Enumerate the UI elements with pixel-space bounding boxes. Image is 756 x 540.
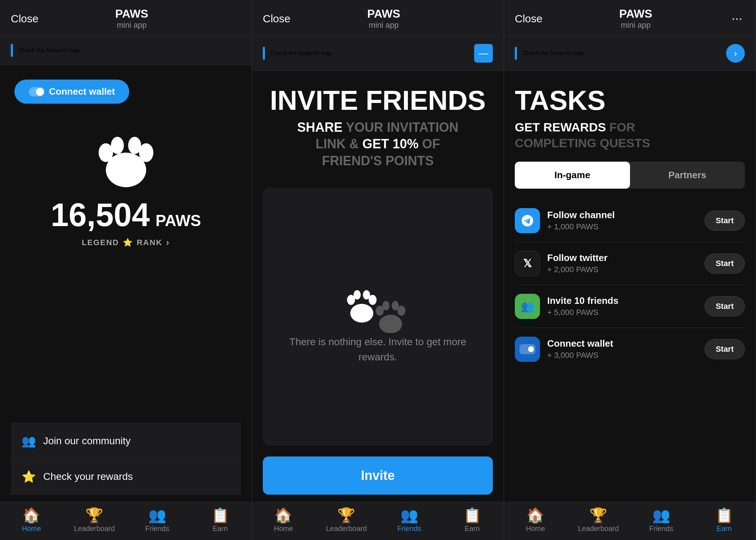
friends-home-nav-icon: 🏠 — [274, 508, 292, 522]
tasks-earn-nav-label: Earn — [717, 525, 732, 533]
tasks-more-icon[interactable]: ⋯ — [729, 11, 745, 27]
svg-point-4 — [139, 143, 153, 162]
task-icon-connect-wallet — [515, 337, 540, 362]
invite-subheading: SHARE YOUR INVITATION LINK & GET 10% OF … — [297, 119, 458, 170]
home-footprint-bar: Check the footprint map — [0, 36, 252, 65]
task-item-connect-wallet: Connect wallet + 3,000 PAWS Start — [515, 328, 745, 370]
svg-point-5 — [350, 304, 373, 323]
tasks-bottom-nav: 🏠 Home 🏆 Leaderboard 👥 Friends 📋 Earn — [504, 502, 756, 540]
tasks-subheading: GET REWARDS FOR COMPLETING QUESTS — [515, 119, 650, 151]
friends-nav-label: Friends — [145, 525, 170, 533]
friends-earn-nav-label: Earn — [465, 525, 480, 533]
friends-paw-graphic — [342, 268, 414, 334]
tasks-app-title: PAWS — [619, 7, 652, 21]
invite-sub-friends-points: FRIEND'S POINTS — [322, 153, 434, 168]
tasks-home-nav-label: Home — [526, 525, 545, 533]
task-item-invite-friends: 👥 Invite 10 friends + 5,000 PAWS Start — [515, 285, 745, 328]
earn-nav-label: Earn — [213, 525, 228, 533]
friends-bottom-nav: 🏠 Home 🏆 Leaderboard 👥 Friends 📋 Earn — [252, 502, 504, 540]
svg-point-0 — [106, 153, 146, 187]
task-reward-connect-wallet: + 3,000 PAWS — [547, 351, 697, 360]
friends-home-nav-label: Home — [274, 525, 293, 533]
home-close-button[interactable]: Close — [11, 13, 39, 25]
friends-close-button[interactable]: Close — [263, 13, 291, 25]
tasks-footprint-text: Check the footprint map — [523, 50, 584, 57]
tasks-header: Close PAWS mini app ⋯ — [504, 0, 756, 36]
tasks-home-nav-icon: 🏠 — [526, 508, 544, 522]
nav-home[interactable]: 🏠 Home — [0, 508, 63, 533]
home-nav-icon: 🏠 — [22, 508, 40, 522]
home-app-subtitle: mini app — [117, 21, 147, 30]
friends-footprint-text: Check the footprint map — [271, 50, 332, 57]
invite-sub-share: SHARE — [297, 120, 342, 135]
svg-point-14 — [397, 306, 405, 316]
home-header-center: PAWS mini app — [115, 7, 148, 30]
tasks-nav-friends[interactable]: 👥 Friends — [630, 508, 693, 533]
tasks-leaderboard-nav-label: Leaderboard — [578, 525, 618, 533]
tasks-footprint-accent — [515, 47, 517, 60]
rank-row[interactable]: LEGEND ⭐ RANK › — [82, 237, 170, 248]
rank-emoji: ⭐ — [123, 238, 133, 247]
task-start-follow-twitter[interactable]: Start — [705, 253, 745, 274]
tab-partners[interactable]: Partners — [630, 162, 745, 189]
panel-tasks: Close PAWS mini app ⋯ Check the footprin… — [504, 0, 756, 540]
nav-earn[interactable]: 📋 Earn — [189, 508, 252, 533]
friends-nav-home[interactable]: 🏠 Home — [252, 508, 315, 533]
tasks-nav-home[interactable]: 🏠 Home — [504, 508, 567, 533]
nav-leaderboard[interactable]: 🏆 Leaderboard — [63, 508, 126, 533]
rank-suffix: RANK — [137, 238, 163, 247]
friends-app-title: PAWS — [367, 7, 400, 21]
nav-friends[interactable]: 👥 Friends — [126, 508, 189, 533]
svg-point-10 — [379, 315, 402, 333]
friends-nav-earn[interactable]: 📋 Earn — [441, 508, 504, 533]
nothing-else-text: There is nothing else. Invite to get mor… — [277, 334, 478, 365]
task-start-follow-channel[interactable]: Start — [705, 211, 745, 231]
footprint-accent — [11, 44, 13, 57]
join-community-button[interactable]: 👥 Join our community — [11, 423, 241, 459]
connect-wallet-button[interactable]: Connect wallet — [14, 80, 129, 104]
task-list: Follow channel + 1,000 PAWS Start 𝕏 Foll… — [515, 199, 745, 370]
invite-button[interactable]: Invite — [263, 456, 493, 495]
wallet-toggle-icon — [29, 87, 45, 96]
invite-sub-link-and: LINK & — [315, 136, 362, 151]
footprint-arrow-button[interactable]: — — [474, 44, 493, 63]
svg-point-7 — [354, 290, 361, 300]
check-rewards-button[interactable]: ⭐ Check your rewards — [11, 459, 241, 495]
svg-point-1 — [99, 143, 113, 162]
tasks-sub-for: FOR — [609, 120, 635, 134]
friends-leaderboard-nav-icon: 🏆 — [337, 508, 355, 522]
check-rewards-label: Check your rewards — [43, 471, 133, 482]
task-info-connect-wallet: Connect wallet + 3,000 PAWS — [547, 338, 697, 360]
tab-ingame[interactable]: In-game — [515, 162, 630, 189]
task-reward-follow-channel: + 1,000 PAWS — [547, 222, 697, 231]
tasks-header-center: PAWS mini app — [619, 7, 652, 30]
score-row: 16,504 PAWS — [51, 199, 201, 231]
friends-footprint-bar: Check the footprint map — — [252, 36, 504, 71]
tasks-nav-leaderboard[interactable]: 🏆 Leaderboard — [567, 508, 630, 533]
tasks-heading: TASKS — [515, 85, 606, 116]
tasks-friends-nav-label: Friends — [649, 525, 674, 533]
task-icon-invite-friends: 👥 — [515, 294, 540, 319]
home-header-icon — [225, 11, 241, 27]
tasks-nav-earn[interactable]: 📋 Earn — [693, 508, 756, 533]
task-start-connect-wallet[interactable]: Start — [705, 339, 745, 359]
task-name-connect-wallet: Connect wallet — [547, 338, 697, 349]
score-unit: PAWS — [156, 212, 201, 230]
friends-friends-nav-icon: 👥 — [400, 508, 418, 522]
home-header: Close PAWS mini app — [0, 0, 252, 36]
tasks-sub-completing-quests: COMPLETING QUESTS — [515, 136, 650, 150]
task-info-follow-twitter: Follow twitter + 2,000 PAWS — [547, 252, 697, 274]
friends-nav-leaderboard[interactable]: 🏆 Leaderboard — [315, 508, 378, 533]
friends-header: Close PAWS mini app — [252, 0, 504, 36]
task-icon-telegram — [515, 208, 540, 233]
join-community-icon: 👥 — [22, 434, 36, 448]
tasks-close-button[interactable]: Close — [515, 13, 543, 25]
task-start-invite-friends[interactable]: Start — [705, 296, 745, 316]
task-reward-follow-twitter: + 2,000 PAWS — [547, 265, 697, 274]
friends-nav-friends[interactable]: 👥 Friends — [378, 508, 441, 533]
friends-earn-nav-icon: 📋 — [463, 508, 481, 522]
task-name-invite-friends: Invite 10 friends — [547, 295, 697, 306]
invite-sub-get10: GET 10% — [362, 136, 418, 151]
tasks-footprint-arrow-button[interactable]: › — [726, 44, 745, 63]
tasks-leaderboard-nav-icon: 🏆 — [589, 508, 607, 522]
